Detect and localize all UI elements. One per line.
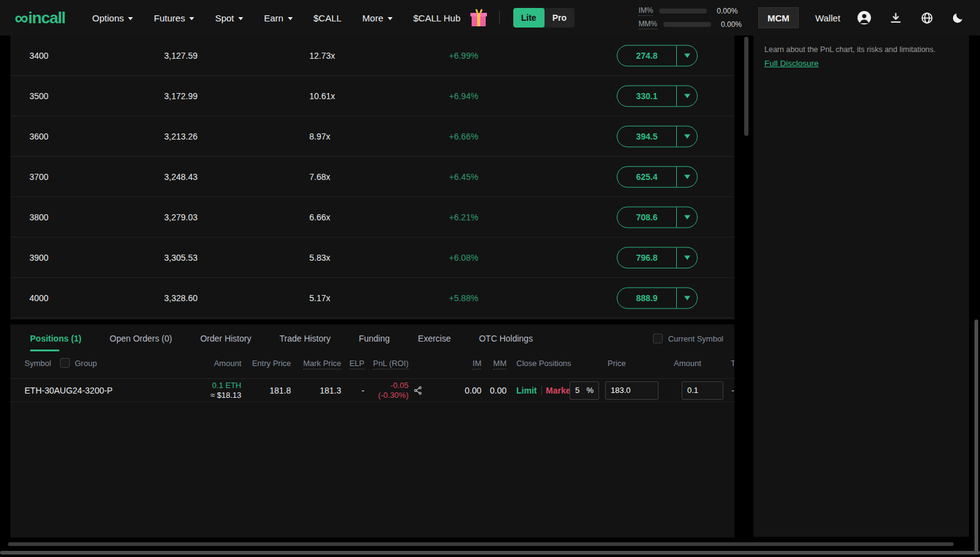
nav-menu-item[interactable]: Options [92, 13, 134, 23]
tab-label: Open Orders (0) [110, 334, 172, 343]
current-symbol-checkbox[interactable] [653, 334, 663, 343]
gift-icon[interactable] [470, 9, 487, 26]
share-icon[interactable] [413, 386, 423, 395]
meter-bar [659, 9, 707, 13]
chevron-down-icon [388, 17, 393, 20]
close-percent-input[interactable]: 5 % [570, 381, 599, 400]
mcm-button[interactable]: MCM [758, 7, 799, 28]
change-cell: +6.45% [449, 172, 478, 182]
bid-button[interactable]: 394.5 [617, 125, 698, 147]
chevron-down-icon [128, 17, 133, 20]
full-disclosure-link[interactable]: Full Disclosure [764, 59, 819, 68]
tab-label: Positions (1) [30, 334, 81, 343]
tab-trade-history[interactable]: Trade History [279, 324, 331, 353]
tab-funding[interactable]: Funding [359, 324, 390, 353]
bid-dropdown-button[interactable] [677, 247, 697, 267]
header-entry-price: Entry Price [242, 359, 291, 368]
top-navbar: ∞incall Options Futures Spot Earn $CALL … [0, 0, 980, 36]
position-symbol: ETH-30AUG24-3200-P [24, 386, 113, 395]
bid-dropdown-button[interactable] [677, 86, 697, 106]
tab-order-history[interactable]: Order History [200, 324, 251, 353]
pnl-disclosure-panel: Learn about the PnL chart, its risks and… [753, 36, 969, 537]
tab-open-orders-0[interactable]: Open Orders (0) [110, 324, 172, 353]
position-pnl-roi: -0.05 (-0.30%) [369, 381, 409, 400]
options-chain-panel: 3400 3,127.59 12.73x +6.99% 274.8 3500 3… [10, 36, 734, 320]
position-pnl: -0.05 [369, 381, 409, 391]
change-cell: +6.08% [449, 253, 478, 263]
bid-button[interactable]: 888.9 [617, 287, 698, 308]
coincall-logo[interactable]: ∞incall [15, 9, 66, 28]
position-mm: 0.00 [484, 386, 507, 395]
globe-icon[interactable] [919, 10, 934, 25]
close-limit-button[interactable]: Limit [516, 386, 537, 395]
position-elp: - [347, 386, 364, 395]
bid-button[interactable]: 708.6 [617, 206, 698, 228]
current-symbol-label: Current Symbol [668, 334, 723, 343]
nav-menu-item[interactable]: Futures [154, 13, 194, 23]
bid-button[interactable]: 274.8 [617, 45, 698, 66]
mode-lite-button[interactable]: Lite [513, 8, 545, 28]
content-horizontal-scrollbar[interactable] [8, 542, 954, 546]
tab-exercise[interactable]: Exercise [418, 324, 451, 353]
nav-menu-item[interactable]: $CALL [314, 13, 342, 23]
header-mark-price: Mark Price [303, 359, 341, 370]
row-clipped-cell: - [731, 386, 734, 395]
logo-infinity-icon: ∞ [15, 9, 28, 28]
mode-pro-button[interactable]: Pro [545, 8, 575, 28]
margin-meter: MM%0.00% [638, 20, 742, 29]
bid-button[interactable]: 625.4 [617, 166, 698, 187]
bid-value: 888.9 [617, 288, 676, 308]
user-avatar-icon[interactable] [857, 10, 872, 25]
meter-value: 0.00% [713, 7, 737, 15]
bid-dropdown-button[interactable] [677, 126, 697, 146]
price-cell: 3,328.60 [164, 293, 198, 303]
nav-menu: Options Futures Spot Earn $CALL More $CA… [92, 13, 461, 23]
position-row: ETH-30AUG24-3200-P 0.1 ETH ≈ $18.13 181.… [10, 379, 734, 402]
close-percent-value: 5 [575, 386, 579, 395]
nav-menu-item-label: $CALL [314, 13, 342, 23]
download-icon[interactable] [888, 10, 903, 25]
navbar-right-cluster: IM%0.00%MM%0.00% MCM Wallet [638, 6, 965, 29]
moon-dark-mode-icon[interactable] [951, 10, 965, 25]
option-strike-row: 3900 3,305.53 5.83x +6.08% 796.8 [10, 237, 734, 278]
meter-value: 0.00% [717, 20, 742, 29]
leverage-cell: 5.83x [309, 253, 330, 263]
close-percent-suffix: % [586, 386, 594, 395]
change-cell: +6.66% [449, 132, 478, 141]
header-mm: MM [493, 359, 507, 370]
close-price-input[interactable]: 183.0 [605, 381, 658, 400]
nav-menu-item-label: $CALL Hub [413, 13, 461, 23]
header-symbol: Symbol [24, 359, 51, 368]
tab-positions-1[interactable]: Positions (1) [30, 324, 81, 353]
group-checkbox[interactable] [60, 358, 70, 368]
chevron-down-icon [684, 134, 690, 138]
strike-cell: 3700 [29, 172, 48, 182]
bid-dropdown-button[interactable] [677, 288, 697, 308]
chevron-down-icon [684, 94, 690, 98]
bid-dropdown-button[interactable] [677, 207, 697, 227]
nav-menu-item[interactable]: Earn [264, 13, 293, 23]
strike-cell: 3800 [29, 212, 48, 222]
option-strike-row: 3700 3,248.43 7.68x +6.45% 625.4 [10, 157, 734, 197]
content-vertical-scrollbar[interactable] [744, 37, 748, 136]
bid-button[interactable]: 330.1 [617, 85, 698, 107]
header-close-positions: Close Positions [516, 359, 571, 368]
bid-dropdown-button[interactable] [677, 166, 697, 187]
nav-menu-item[interactable]: More [363, 13, 393, 23]
header-amount: Amount [192, 359, 241, 368]
close-amount-input[interactable]: 0.1 [682, 381, 723, 400]
bid-dropdown-button[interactable] [677, 45, 697, 65]
bid-button[interactable]: 796.8 [617, 247, 698, 268]
nav-menu-item[interactable]: $CALL Hub [413, 13, 461, 23]
nav-menu-item[interactable]: Spot [215, 13, 243, 23]
current-symbol-filter[interactable]: Current Symbol [653, 324, 723, 353]
page-horizontal-scrollbar[interactable] [0, 551, 980, 555]
header-group: Group [75, 359, 97, 368]
wallet-button[interactable]: Wallet [815, 13, 840, 23]
page-vertical-scrollbar[interactable] [974, 320, 978, 554]
nav-menu-item-label: Options [92, 13, 124, 23]
chevron-down-icon [684, 53, 690, 58]
tab-otc-holdings[interactable]: OTC Holdings [479, 324, 533, 353]
leverage-cell: 7.68x [309, 172, 330, 182]
price-cell: 3,305.53 [164, 253, 198, 263]
